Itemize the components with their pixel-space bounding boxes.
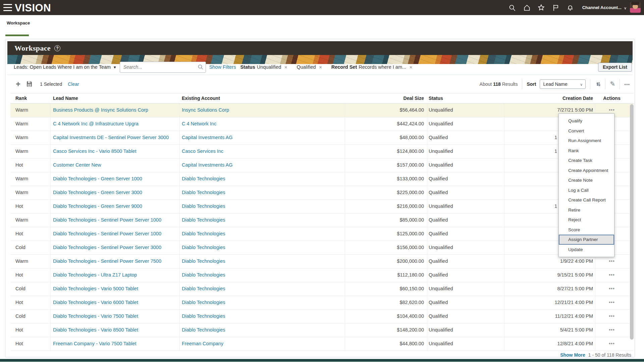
vertical-scrollbar[interactable]: [630, 104, 634, 340]
table-row[interactable]: Warm Capital Investments DE - Sentinel P…: [10, 131, 634, 145]
user-menu[interactable]: Channel Account...: [582, 0, 627, 15]
context-menu-item[interactable]: Reject: [559, 215, 614, 225]
lead-name-link[interactable]: Freeman Company - Vario 7500 Tablet: [53, 341, 177, 346]
lead-name-link[interactable]: Diablo Technologies - Vario 6000 Tablet: [53, 300, 177, 305]
existing-account-link[interactable]: Capital Investments AG: [182, 135, 343, 140]
lead-name-link[interactable]: Diablo Technologies - Sentinel Power Ser…: [53, 245, 177, 250]
lead-name-link[interactable]: Customer Center New: [53, 162, 177, 168]
column-header-rank[interactable]: Rank: [15, 96, 27, 101]
table-row[interactable]: Warm Diablo Technologies - Green Server …: [10, 186, 634, 200]
table-row[interactable]: Warm Casco Services Inc - Vario 8500 Tab…: [10, 145, 634, 159]
favorites-star-icon[interactable]: [537, 3, 546, 12]
lead-name-link[interactable]: Capital Investments DE - Sentinel Power …: [53, 135, 177, 140]
flag-icon[interactable]: [551, 3, 560, 12]
row-actions-button[interactable]: [609, 341, 615, 346]
table-row[interactable]: Hot Diablo Technologies - Green Server 9…: [10, 200, 634, 214]
column-header-lead-name[interactable]: Lead Name: [53, 96, 78, 101]
context-menu-item[interactable]: Rank: [559, 146, 614, 156]
context-menu-item[interactable]: Create Task: [559, 156, 614, 166]
clear-selection-link[interactable]: Clear: [68, 81, 79, 87]
lead-name-link[interactable]: Diablo Technologies - Green Server 9000: [53, 203, 177, 209]
lead-name-link[interactable]: Diablo Technologies - Sentinel Power Ser…: [53, 231, 177, 236]
table-row[interactable]: Hot Diablo Technologies - Sentinel Power…: [10, 227, 634, 241]
table-row[interactable]: Cold Diablo Technologies - Vario 7500 Ta…: [10, 310, 634, 323]
table-row[interactable]: Hot Diablo Technologies - Vario 8500 Tab…: [10, 323, 634, 337]
column-header-deal-size[interactable]: Deal Size: [345, 96, 427, 101]
row-actions-button[interactable]: [609, 107, 615, 113]
context-menu-item[interactable]: Convert: [559, 126, 614, 136]
edit-pencil-icon[interactable]: [610, 80, 615, 88]
context-menu-item[interactable]: Retire: [559, 205, 614, 215]
table-row[interactable]: Warm Business Products @ Insync Solution…: [10, 104, 634, 117]
search-icon[interactable]: [507, 3, 517, 12]
existing-account-link[interactable]: C 4 Network Inc: [182, 121, 343, 126]
existing-account-link[interactable]: Insync Solutions Corp: [182, 107, 343, 113]
existing-account-link[interactable]: Casco Services Inc: [182, 148, 343, 154]
column-header-status[interactable]: Status: [429, 96, 443, 101]
context-menu-item[interactable]: Log a Call: [559, 185, 614, 195]
context-menu-item[interactable]: Run Assignment: [559, 136, 614, 146]
column-header-existing-account[interactable]: Existing Account: [182, 96, 220, 101]
save-search-icon[interactable]: [26, 81, 33, 87]
export-list-button[interactable]: Export List: [598, 63, 632, 72]
existing-account-link[interactable]: Diablo Technologies: [182, 272, 343, 278]
existing-account-link[interactable]: Freeman Company: [182, 341, 343, 346]
tab-workspace[interactable]: Workspace: [7, 20, 30, 25]
context-menu-item[interactable]: Create Call Report: [559, 195, 614, 205]
row-actions-button[interactable]: [609, 258, 615, 264]
menu-icon[interactable]: [3, 4, 12, 11]
existing-account-link[interactable]: Diablo Technologies: [182, 300, 343, 305]
saved-search-selector[interactable]: Leads: Open Leads Where I am on the Team: [14, 64, 116, 70]
table-row[interactable]: Cold Diablo Technologies - Sentinel Powe…: [10, 241, 634, 255]
existing-account-link[interactable]: Capital Investments AG: [182, 162, 343, 168]
row-actions-button[interactable]: [609, 272, 615, 278]
lead-name-link[interactable]: Diablo Technologies - Sentinel Power Ser…: [53, 258, 177, 264]
avatar[interactable]: [630, 2, 641, 13]
table-row[interactable]: Hot Diablo Technologies - Ultra Z17 Lapt…: [10, 268, 634, 282]
row-actions-button[interactable]: [609, 313, 615, 319]
existing-account-link[interactable]: Diablo Technologies: [182, 327, 343, 333]
lead-name-link[interactable]: Diablo Technologies - Green Server 1000: [53, 176, 177, 181]
table-row[interactable]: Hot Freeman Company - Vario 7500 Tablet …: [10, 337, 634, 351]
row-actions-button[interactable]: [609, 327, 615, 333]
lead-name-link[interactable]: C 4 Network Inc @ Infrastructure Upgra: [53, 121, 177, 126]
home-icon[interactable]: [522, 3, 531, 12]
context-menu-item[interactable]: Create Appointment: [559, 166, 614, 176]
lead-name-link[interactable]: Diablo Technologies - Ultra Z17 Laptop: [53, 272, 177, 278]
notifications-bell-icon[interactable]: [566, 3, 575, 12]
lead-name-link[interactable]: Diablo Technologies - Vario 5000 Tablet: [53, 286, 177, 291]
lead-name-link[interactable]: Business Products @ Insync Solutions Cor…: [53, 107, 177, 113]
search-input[interactable]: [120, 62, 206, 73]
lead-name-link[interactable]: Diablo Technologies - Vario 8500 Tablet: [53, 327, 177, 333]
row-actions-button[interactable]: [609, 286, 615, 291]
show-filters-link[interactable]: Show Filters: [209, 64, 236, 70]
table-row[interactable]: Hot Customer Center New Capital Investme…: [10, 159, 634, 172]
existing-account-link[interactable]: Diablo Technologies: [182, 203, 343, 209]
lead-name-link[interactable]: Diablo Technologies - Green Server 3000: [53, 190, 177, 195]
context-menu-item[interactable]: Score: [559, 225, 614, 235]
lead-name-link[interactable]: Diablo Technologies - Vario 7500 Tablet: [53, 313, 177, 319]
column-header-creation-date[interactable]: Creation Date: [504, 96, 595, 101]
existing-account-link[interactable]: Diablo Technologies: [182, 258, 343, 264]
sort-direction-icon[interactable]: [595, 81, 601, 87]
existing-account-link[interactable]: Diablo Technologies: [182, 245, 343, 250]
lead-name-link[interactable]: Casco Services Inc - Vario 8500 Tablet: [53, 148, 177, 154]
context-menu-item[interactable]: Qualify: [559, 116, 614, 126]
table-row[interactable]: Warm Diablo Technologies - Sentinel Powe…: [10, 214, 634, 227]
show-more-link[interactable]: Show More: [560, 352, 585, 358]
row-actions-button[interactable]: [609, 300, 615, 305]
table-row[interactable]: Cold Diablo Technologies - Vario 5000 Ta…: [10, 282, 634, 296]
add-icon[interactable]: [16, 80, 20, 88]
existing-account-link[interactable]: Diablo Technologies: [182, 313, 343, 319]
table-row[interactable]: Warm Diablo Technologies - Sentinel Powe…: [10, 255, 634, 268]
existing-account-link[interactable]: Diablo Technologies: [182, 217, 343, 223]
lead-name-link[interactable]: Diablo Technologies - Sentinel Power Ser…: [53, 217, 177, 223]
remove-filter-icon[interactable]: [319, 64, 322, 70]
existing-account-link[interactable]: Diablo Technologies: [182, 190, 343, 195]
remove-filter-icon[interactable]: [409, 64, 413, 70]
existing-account-link[interactable]: Diablo Technologies: [182, 286, 343, 291]
more-actions-icon[interactable]: [624, 81, 630, 87]
table-row[interactable]: Warm Diablo Technologies - Green Server …: [10, 172, 634, 186]
context-menu-item[interactable]: Create Note: [559, 175, 614, 185]
table-row[interactable]: Warm C 4 Network Inc @ Infrastructure Up…: [10, 117, 634, 131]
